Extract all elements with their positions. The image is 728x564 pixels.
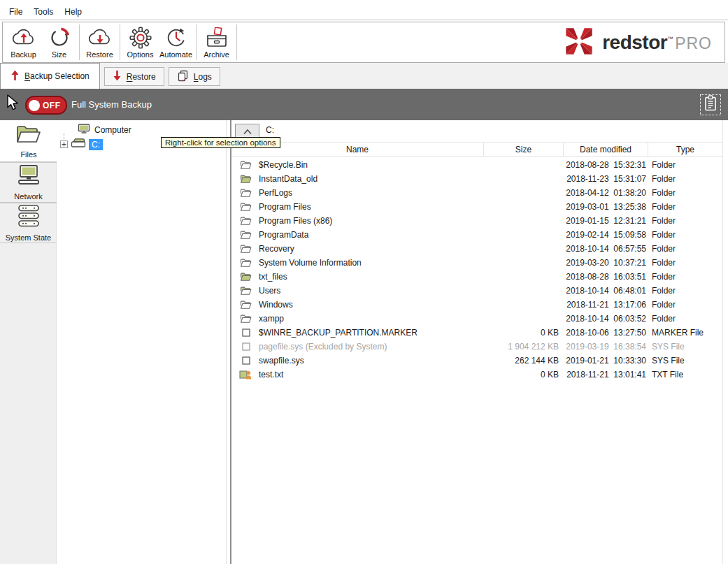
column-header-date-modified[interactable]: Date modified [564, 143, 648, 156]
open-folder-icon [239, 230, 252, 240]
tab-label: Restore [127, 72, 156, 82]
menu-file[interactable]: File [3, 5, 28, 19]
file-type: TXT File [648, 370, 723, 379]
clipboard-icon [704, 95, 718, 115]
file-name: ProgramData [259, 230, 308, 240]
open-folder-selected-icon [239, 174, 252, 184]
file-name: swapfile.sys [259, 356, 304, 366]
file-row[interactable]: swapfile.sys262 144 KB2019-01-21 10:33:3… [231, 354, 723, 368]
sidebar-item-files[interactable]: Files [0, 120, 57, 162]
clock-icon [166, 26, 187, 49]
file-row[interactable]: System Volume Information2019-03-20 10:3… [231, 256, 723, 270]
file-row[interactable]: xampp2018-10-14 06:03:52Folder [231, 312, 723, 326]
file-row[interactable]: Program Files2019-03-01 13:25:38Folder [231, 200, 723, 214]
file-row[interactable]: pagefile.sys (Excluded by System)1 904 2… [231, 340, 723, 354]
file-type: Folder [648, 314, 723, 324]
toolbar-separator [196, 24, 197, 60]
automate-button[interactable]: Automate [158, 24, 194, 61]
computer-icon [78, 124, 90, 136]
file-row[interactable]: InstantData_old2018-11-23 15:31:07Folder [231, 172, 723, 186]
file-type: Folder [648, 202, 723, 212]
restore-button-label: Restore [86, 50, 113, 59]
file-type: Folder [648, 216, 723, 226]
file-size: 0 KB [484, 370, 564, 379]
expand-button[interactable] [60, 138, 68, 151]
file-row[interactable]: Windows2018-11-21 13:17:06Folder [231, 298, 723, 312]
checkbox-icon[interactable] [239, 328, 252, 337]
file-row[interactable]: test.txt0 KB2018-11-21 13:01:41TXT File [231, 368, 723, 382]
file-name-cell: System Volume Information [231, 258, 484, 268]
file-name: pagefile.sys (Excluded by System) [259, 342, 387, 352]
file-list-panel: C: NameSizeDate modifiedType $Recycle.Bi… [231, 120, 723, 564]
file-name: $WINRE_BACKUP_PARTITION.MARKER [259, 328, 417, 338]
report-button[interactable] [700, 94, 721, 115]
toggle-knob [29, 100, 40, 111]
menu-help[interactable]: Help [59, 5, 87, 19]
logo-pro-text: PRO [675, 34, 712, 53]
options-button[interactable]: Options [122, 24, 158, 61]
tab-backup-selection[interactable]: Backup Selection [0, 63, 100, 89]
size-button-label: Size [52, 50, 66, 59]
file-name-cell: test.txt [231, 370, 484, 379]
panel-splitter[interactable] [226, 120, 231, 564]
sidebar-item-label: Files [20, 150, 36, 159]
file-row[interactable]: txt_files2018-08-28 16:03:51Folder [231, 270, 723, 284]
file-row[interactable]: $Recycle.Bin2018-08-28 15:32:31Folder [231, 158, 723, 172]
file-date-modified: 2019-02-14 15:09:58 [564, 230, 648, 240]
archive-button[interactable]: Archive [199, 24, 234, 61]
file-date-modified: 2018-11-21 13:17:06 [564, 300, 648, 310]
navigate-up-button[interactable] [235, 124, 259, 138]
open-folder-icon [239, 258, 252, 268]
file-date-modified: 2019-03-01 13:25:38 [564, 202, 648, 212]
sidebar-item-system-state[interactable]: System State [0, 203, 57, 243]
file-row[interactable]: $WINRE_BACKUP_PARTITION.MARKER0 KB2018-1… [231, 326, 723, 340]
file-row[interactable]: Users2018-10-14 06:48:01Folder [231, 284, 723, 298]
sidebar-item-network[interactable]: Network [0, 162, 57, 203]
tab-logs[interactable]: Logs [169, 67, 220, 86]
file-name: System Volume Information [259, 258, 362, 268]
file-date-modified: 2019-03-20 10:37:21 [564, 258, 648, 268]
file-date-modified: 2018-08-28 16:03:51 [564, 272, 648, 282]
file-date-modified: 2018-10-14 06:48:01 [564, 286, 648, 296]
tab-bar: Backup SelectionRestoreLogs [0, 63, 728, 89]
tab-restore[interactable]: Restore [104, 67, 164, 86]
file-name: test.txt [259, 370, 283, 379]
file-name-cell: txt_files [231, 272, 484, 282]
open-folder-icon [239, 202, 252, 212]
size-button[interactable]: Size [41, 24, 77, 61]
system-state-icon [16, 204, 41, 231]
toolbar-separator [120, 24, 120, 60]
file-name: Windows [259, 300, 293, 310]
toolbar-separator [236, 24, 237, 60]
checkbox-icon[interactable] [239, 342, 252, 351]
file-type: Folder [648, 174, 723, 184]
file-name: Recovery [259, 244, 294, 254]
file-date-modified: 2018-10-14 06:57:55 [564, 244, 648, 254]
file-name-cell: PerfLogs [231, 188, 484, 198]
sidebar: FilesNetworkSystem State [0, 120, 57, 564]
restore-button[interactable]: Restore [82, 24, 117, 61]
file-name: txt_files [259, 272, 287, 282]
sidebar-item-label: Network [14, 192, 42, 201]
file-date-modified: 2018-10-14 06:03:52 [564, 314, 648, 324]
full-system-backup-toggle[interactable]: OFF [25, 96, 67, 115]
toolbar-separator [79, 24, 80, 60]
tree-drive-label[interactable]: C: [89, 139, 103, 150]
tree-node-computer[interactable]: Computer [78, 124, 131, 136]
file-name-cell: Recovery [231, 244, 484, 254]
file-name-cell: xampp [231, 314, 484, 324]
column-header-size[interactable]: Size [484, 143, 564, 156]
file-row[interactable]: PerfLogs2018-04-12 01:38:20Folder [231, 186, 723, 200]
file-row[interactable]: ProgramData2019-02-14 15:09:58Folder [231, 228, 723, 242]
file-row[interactable]: Recovery2018-10-14 06:57:55Folder [231, 242, 723, 256]
file-row[interactable]: Program Files (x86)2019-01-15 12:31:21Fo… [231, 214, 723, 228]
backup-button[interactable]: Backup [6, 24, 41, 61]
menu-tools[interactable]: Tools [28, 5, 59, 19]
column-header-type[interactable]: Type [648, 143, 723, 156]
file-list: $Recycle.Bin2018-08-28 15:32:31FolderIns… [231, 158, 723, 382]
file-name-cell: Program Files [231, 202, 484, 212]
file-name: Program Files (x86) [259, 216, 332, 226]
file-name: xampp [259, 314, 284, 324]
chevron-up-icon [243, 125, 252, 138]
checkbox-icon[interactable] [239, 356, 252, 365]
